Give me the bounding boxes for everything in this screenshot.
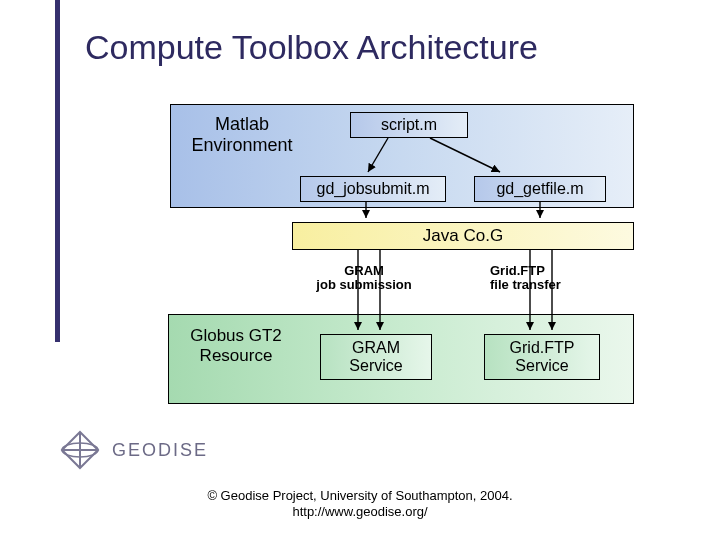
gram-service-box: GRAM Service (320, 334, 432, 380)
gram-label-line2: job submission (316, 277, 411, 292)
matlab-environment-label: Matlab Environment (182, 114, 302, 155)
footer-line1: © Geodise Project, University of Southam… (207, 488, 512, 503)
gridftp-transfer-label: Grid.FTP file transfer (490, 264, 610, 293)
gridftp-label-line2: file transfer (490, 277, 561, 292)
script-box: script.m (350, 112, 468, 138)
jobsubmit-box: gd_jobsubmit.m (300, 176, 446, 202)
logo: GEODISE (58, 430, 208, 470)
gram-submission-label: GRAM job submission (294, 264, 434, 293)
footer: © Geodise Project, University of Southam… (0, 488, 720, 521)
logo-icon (58, 430, 102, 470)
globus-resource-label: Globus GT2 Resource (176, 326, 296, 365)
matlab-label-line2: Environment (191, 135, 292, 155)
gridftp-label-line1: Grid.FTP (490, 263, 545, 278)
accent-bar (55, 0, 60, 342)
gram-service-line1: GRAM (352, 339, 400, 356)
gridftp-service-line2: Service (515, 357, 568, 374)
globus-label-line2: Resource (200, 346, 273, 365)
footer-line2: http://www.geodise.org/ (292, 504, 427, 519)
gridftp-service-box: Grid.FTP Service (484, 334, 600, 380)
slide-title: Compute Toolbox Architecture (85, 28, 538, 67)
getfile-box: gd_getfile.m (474, 176, 606, 202)
gram-label-line1: GRAM (344, 263, 384, 278)
matlab-label-line1: Matlab (215, 114, 269, 134)
gram-service-line2: Service (349, 357, 402, 374)
java-cog-box: Java Co.G (292, 222, 634, 250)
globus-label-line1: Globus GT2 (190, 326, 282, 345)
gridftp-service-line1: Grid.FTP (510, 339, 575, 356)
logo-text: GEODISE (112, 440, 208, 461)
